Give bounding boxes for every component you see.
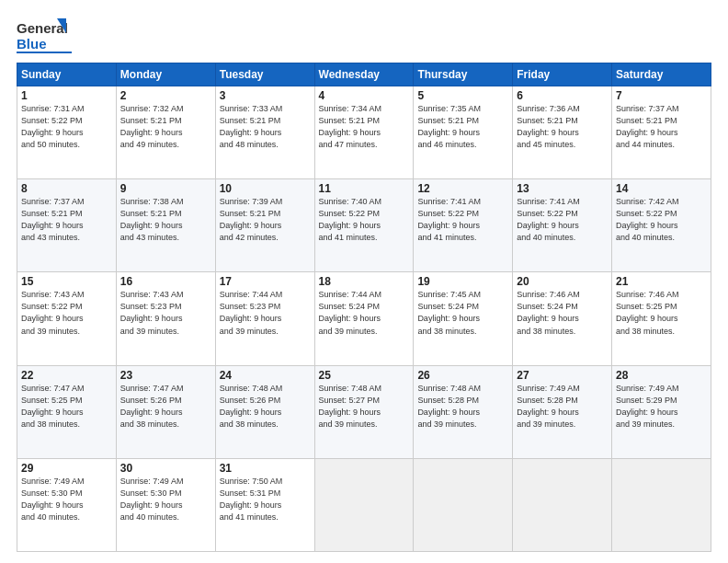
calendar-cell: 29Sunrise: 7:49 AM Sunset: 5:30 PM Dayli… xyxy=(17,458,117,551)
day-info: Sunrise: 7:46 AM Sunset: 5:25 PM Dayligh… xyxy=(616,289,707,337)
day-info: Sunrise: 7:42 AM Sunset: 5:22 PM Dayligh… xyxy=(616,196,707,244)
day-info: Sunrise: 7:48 AM Sunset: 5:27 PM Dayligh… xyxy=(319,383,410,431)
day-number: 4 xyxy=(319,89,410,102)
day-number: 24 xyxy=(220,369,311,382)
calendar-cell: 17Sunrise: 7:44 AM Sunset: 5:23 PM Dayli… xyxy=(215,272,314,365)
calendar-cell: 22Sunrise: 7:47 AM Sunset: 5:25 PM Dayli… xyxy=(17,365,117,458)
day-info: Sunrise: 7:49 AM Sunset: 5:28 PM Dayligh… xyxy=(517,383,608,431)
day-info: Sunrise: 7:47 AM Sunset: 5:26 PM Dayligh… xyxy=(120,383,211,431)
day-info: Sunrise: 7:32 AM Sunset: 5:21 PM Dayligh… xyxy=(120,103,211,151)
day-number: 28 xyxy=(616,369,707,382)
day-info: Sunrise: 7:40 AM Sunset: 5:22 PM Dayligh… xyxy=(319,196,410,244)
header: GeneralBlue xyxy=(17,17,711,55)
day-info: Sunrise: 7:31 AM Sunset: 5:22 PM Dayligh… xyxy=(21,103,112,151)
day-number: 19 xyxy=(417,275,508,288)
day-info: Sunrise: 7:44 AM Sunset: 5:24 PM Dayligh… xyxy=(319,289,410,337)
calendar-week-3: 15Sunrise: 7:43 AM Sunset: 5:22 PM Dayli… xyxy=(17,272,711,365)
calendar-cell: 11Sunrise: 7:40 AM Sunset: 5:22 PM Dayli… xyxy=(314,179,414,272)
day-number: 14 xyxy=(616,182,707,195)
day-info: Sunrise: 7:44 AM Sunset: 5:23 PM Dayligh… xyxy=(220,289,311,337)
day-info: Sunrise: 7:36 AM Sunset: 5:21 PM Dayligh… xyxy=(517,103,608,151)
day-info: Sunrise: 7:48 AM Sunset: 5:28 PM Dayligh… xyxy=(417,383,508,431)
calendar-cell: 12Sunrise: 7:41 AM Sunset: 5:22 PM Dayli… xyxy=(414,179,513,272)
day-number: 3 xyxy=(220,89,311,102)
svg-text:Blue: Blue xyxy=(17,36,47,52)
day-info: Sunrise: 7:49 AM Sunset: 5:30 PM Dayligh… xyxy=(21,476,112,523)
day-number: 5 xyxy=(417,89,508,102)
day-number: 16 xyxy=(120,275,211,288)
calendar-cell: 1Sunrise: 7:31 AM Sunset: 5:22 PM Daylig… xyxy=(17,86,117,179)
day-number: 30 xyxy=(120,462,211,475)
day-info: Sunrise: 7:39 AM Sunset: 5:21 PM Dayligh… xyxy=(220,196,311,244)
day-number: 2 xyxy=(120,89,211,102)
day-info: Sunrise: 7:49 AM Sunset: 5:30 PM Dayligh… xyxy=(120,476,211,523)
day-info: Sunrise: 7:41 AM Sunset: 5:22 PM Dayligh… xyxy=(517,196,608,244)
day-number: 25 xyxy=(319,369,410,382)
calendar-cell xyxy=(414,458,513,551)
day-info: Sunrise: 7:50 AM Sunset: 5:31 PM Dayligh… xyxy=(220,476,311,523)
calendar-cell: 14Sunrise: 7:42 AM Sunset: 5:22 PM Dayli… xyxy=(612,179,711,272)
calendar-header-monday: Monday xyxy=(116,63,215,86)
calendar-cell: 21Sunrise: 7:46 AM Sunset: 5:25 PM Dayli… xyxy=(612,272,711,365)
calendar-header-row: SundayMondayTuesdayWednesdayThursdayFrid… xyxy=(17,63,711,86)
day-info: Sunrise: 7:37 AM Sunset: 5:21 PM Dayligh… xyxy=(21,196,112,244)
day-info: Sunrise: 7:49 AM Sunset: 5:29 PM Dayligh… xyxy=(616,383,707,431)
calendar-table: SundayMondayTuesdayWednesdayThursdayFrid… xyxy=(17,63,711,552)
calendar-week-5: 29Sunrise: 7:49 AM Sunset: 5:30 PM Dayli… xyxy=(17,458,711,551)
day-number: 9 xyxy=(120,182,211,195)
day-number: 6 xyxy=(517,89,608,102)
day-number: 27 xyxy=(517,369,608,382)
day-number: 7 xyxy=(616,89,707,102)
day-info: Sunrise: 7:43 AM Sunset: 5:23 PM Dayligh… xyxy=(120,289,211,337)
calendar-cell: 2Sunrise: 7:32 AM Sunset: 5:21 PM Daylig… xyxy=(116,86,215,179)
day-number: 23 xyxy=(120,369,211,382)
day-number: 11 xyxy=(319,182,410,195)
calendar-cell: 8Sunrise: 7:37 AM Sunset: 5:21 PM Daylig… xyxy=(17,179,117,272)
day-number: 13 xyxy=(517,182,608,195)
calendar-header-saturday: Saturday xyxy=(612,63,711,86)
calendar-cell: 4Sunrise: 7:34 AM Sunset: 5:21 PM Daylig… xyxy=(314,86,414,179)
day-info: Sunrise: 7:41 AM Sunset: 5:22 PM Dayligh… xyxy=(417,196,508,244)
calendar-cell: 18Sunrise: 7:44 AM Sunset: 5:24 PM Dayli… xyxy=(314,272,414,365)
day-number: 22 xyxy=(21,369,112,382)
calendar-cell: 7Sunrise: 7:37 AM Sunset: 5:21 PM Daylig… xyxy=(612,86,711,179)
day-info: Sunrise: 7:35 AM Sunset: 5:21 PM Dayligh… xyxy=(417,103,508,151)
day-info: Sunrise: 7:46 AM Sunset: 5:24 PM Dayligh… xyxy=(517,289,608,337)
calendar-header-thursday: Thursday xyxy=(414,63,513,86)
calendar-cell: 19Sunrise: 7:45 AM Sunset: 5:24 PM Dayli… xyxy=(414,272,513,365)
calendar-cell xyxy=(314,458,414,551)
calendar-cell: 13Sunrise: 7:41 AM Sunset: 5:22 PM Dayli… xyxy=(513,179,612,272)
calendar-week-1: 1Sunrise: 7:31 AM Sunset: 5:22 PM Daylig… xyxy=(17,86,711,179)
logo-svg: GeneralBlue xyxy=(17,17,72,55)
calendar-week-4: 22Sunrise: 7:47 AM Sunset: 5:25 PM Dayli… xyxy=(17,365,711,458)
day-info: Sunrise: 7:37 AM Sunset: 5:21 PM Dayligh… xyxy=(616,103,707,151)
calendar-cell: 9Sunrise: 7:38 AM Sunset: 5:21 PM Daylig… xyxy=(116,179,215,272)
calendar-cell xyxy=(612,458,711,551)
calendar-cell: 25Sunrise: 7:48 AM Sunset: 5:27 PM Dayli… xyxy=(314,365,414,458)
day-number: 10 xyxy=(220,182,311,195)
calendar-cell: 31Sunrise: 7:50 AM Sunset: 5:31 PM Dayli… xyxy=(215,458,314,551)
day-number: 17 xyxy=(220,275,311,288)
day-number: 29 xyxy=(21,462,112,475)
calendar-cell: 10Sunrise: 7:39 AM Sunset: 5:21 PM Dayli… xyxy=(215,179,314,272)
calendar-cell: 26Sunrise: 7:48 AM Sunset: 5:28 PM Dayli… xyxy=(414,365,513,458)
day-number: 31 xyxy=(220,462,311,475)
day-number: 12 xyxy=(417,182,508,195)
calendar-header-sunday: Sunday xyxy=(17,63,117,86)
day-number: 26 xyxy=(417,369,508,382)
calendar-cell: 30Sunrise: 7:49 AM Sunset: 5:30 PM Dayli… xyxy=(116,458,215,551)
calendar-cell: 23Sunrise: 7:47 AM Sunset: 5:26 PM Dayli… xyxy=(116,365,215,458)
day-info: Sunrise: 7:38 AM Sunset: 5:21 PM Dayligh… xyxy=(120,196,211,244)
calendar-header-friday: Friday xyxy=(513,63,612,86)
calendar-cell: 15Sunrise: 7:43 AM Sunset: 5:22 PM Dayli… xyxy=(17,272,117,365)
calendar-cell xyxy=(513,458,612,551)
calendar-header-tuesday: Tuesday xyxy=(215,63,314,86)
calendar-cell: 5Sunrise: 7:35 AM Sunset: 5:21 PM Daylig… xyxy=(414,86,513,179)
day-info: Sunrise: 7:43 AM Sunset: 5:22 PM Dayligh… xyxy=(21,289,112,337)
logo: GeneralBlue xyxy=(17,17,72,55)
calendar-cell: 3Sunrise: 7:33 AM Sunset: 5:21 PM Daylig… xyxy=(215,86,314,179)
day-info: Sunrise: 7:45 AM Sunset: 5:24 PM Dayligh… xyxy=(417,289,508,337)
calendar-week-2: 8Sunrise: 7:37 AM Sunset: 5:21 PM Daylig… xyxy=(17,179,711,272)
calendar-cell: 6Sunrise: 7:36 AM Sunset: 5:21 PM Daylig… xyxy=(513,86,612,179)
calendar-cell: 20Sunrise: 7:46 AM Sunset: 5:24 PM Dayli… xyxy=(513,272,612,365)
